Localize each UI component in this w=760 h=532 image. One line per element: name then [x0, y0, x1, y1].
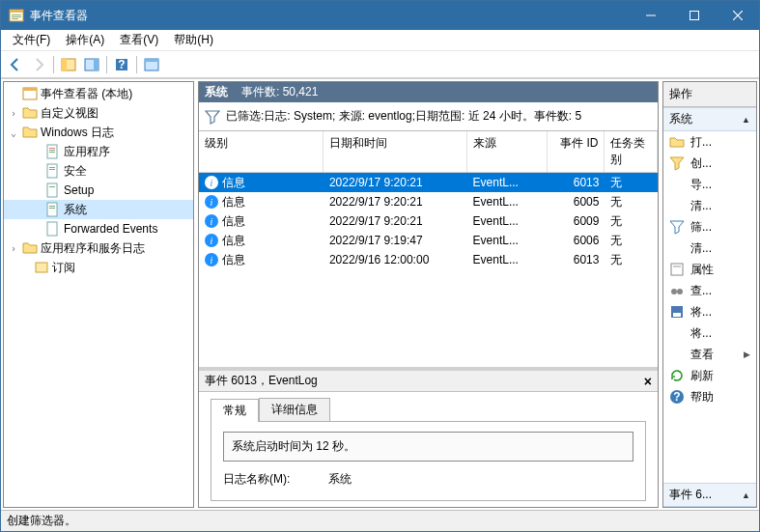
center-pane: 系统 事件数: 50,421 已筛选:日志: System; 来源: event…	[198, 81, 659, 508]
event-row[interactable]: i信息2022/9/17 9:20:21EventL...6013无	[199, 173, 658, 192]
tree-label: 安全	[64, 163, 87, 180]
filter-pane-button[interactable]	[81, 54, 102, 75]
detail-close-button[interactable]: ×	[644, 374, 652, 389]
svg-rect-23	[47, 183, 57, 197]
action-import-custom-view[interactable]: 导...	[663, 174, 756, 195]
cell-level: i信息	[199, 252, 324, 268]
forward-button[interactable]	[28, 54, 49, 75]
col-eventid[interactable]: 事件 ID	[548, 131, 605, 172]
tree-label: 订阅	[52, 260, 75, 276]
tree-app-service-logs[interactable]: › 应用程序和服务日志	[4, 238, 193, 258]
tree-setup[interactable]: Setup	[4, 181, 193, 200]
col-source[interactable]: 来源	[467, 131, 548, 172]
event-row[interactable]: i信息2022/9/16 12:00:00EventL...6013无	[199, 250, 658, 269]
actions-header: 操作	[663, 82, 756, 107]
action-help[interactable]: ?帮助	[663, 386, 756, 407]
action-clear-filter[interactable]: 清...	[663, 238, 756, 259]
action-properties[interactable]: 属性	[663, 259, 756, 280]
cell-datetime: 2022/9/17 9:20:21	[324, 195, 467, 209]
actions-section-system[interactable]: 系统 ▲	[663, 107, 756, 131]
cell-datetime: 2022/9/17 9:20:21	[324, 176, 467, 189]
tree-label: Windows 日志	[41, 125, 114, 141]
import-icon	[669, 177, 685, 192]
funnel-icon	[669, 219, 685, 235]
tree-system[interactable]: 系统	[4, 200, 193, 219]
event-row[interactable]: i信息2022/9/17 9:20:21EventL...6009无	[199, 211, 658, 231]
menu-file[interactable]: 文件(F)	[5, 30, 58, 50]
info-icon: i	[205, 176, 218, 189]
tree-windows-logs[interactable]: ⌄ Windows 日志	[4, 123, 193, 142]
menu-action[interactable]: 操作(A)	[58, 30, 112, 50]
svg-rect-24	[49, 186, 55, 187]
folder-open-icon	[669, 134, 685, 150]
cell-level: i信息	[199, 213, 324, 230]
expand-icon[interactable]: ›	[8, 243, 19, 254]
tree-root[interactable]: 事件查看器 (本地)	[4, 84, 193, 103]
maximize-button[interactable]	[672, 1, 716, 30]
help-button[interactable]: ?	[111, 54, 132, 75]
log-icon	[45, 182, 61, 198]
close-button[interactable]	[716, 1, 759, 30]
action-view-submenu[interactable]: 查看▶	[663, 344, 756, 365]
cell-eventid: 6006	[548, 234, 605, 247]
action-open-saved-log[interactable]: 打...	[663, 131, 756, 153]
svg-rect-3	[12, 16, 21, 17]
action-save-events[interactable]: 将...	[663, 301, 756, 322]
svg-point-32	[671, 289, 677, 294]
expand-icon[interactable]: ›	[8, 108, 19, 119]
svg-rect-7	[62, 59, 67, 70]
event-row[interactable]: i信息2022/9/17 9:19:47EventL...6006无	[199, 231, 658, 250]
menu-view[interactable]: 查看(V)	[112, 30, 166, 50]
svg-rect-13	[145, 59, 158, 62]
tree-custom-views[interactable]: › 自定义视图	[4, 103, 193, 123]
detail-header: 事件 6013，EventLog ×	[199, 371, 658, 392]
event-viewer-icon	[22, 86, 38, 101]
col-task[interactable]: 任务类别	[605, 131, 658, 172]
action-find[interactable]: 查...	[663, 280, 756, 301]
center-header: 系统 事件数: 50,421	[199, 82, 658, 102]
collapse-icon[interactable]: ⌄	[8, 127, 19, 138]
cell-task: 无	[605, 194, 658, 210]
tab-general[interactable]: 常规	[211, 399, 259, 422]
action-attach-task[interactable]: 将...	[663, 322, 756, 344]
svg-rect-17	[49, 148, 55, 149]
tree-label: 系统	[64, 202, 87, 218]
actions-section-event[interactable]: 事件 6... ▲	[663, 483, 756, 507]
menu-help[interactable]: 帮助(H)	[166, 30, 221, 50]
extra-button[interactable]	[141, 54, 162, 75]
blank-icon	[669, 347, 685, 362]
grid-header[interactable]: 级别 日期和时间 来源 事件 ID 任务类别	[199, 131, 658, 173]
menu-bar: 文件(F) 操作(A) 查看(V) 帮助(H)	[1, 30, 759, 51]
binoculars-icon	[669, 283, 685, 298]
minimize-button[interactable]	[629, 1, 672, 30]
log-icon	[45, 144, 61, 159]
show-tree-button[interactable]	[58, 54, 79, 75]
separator	[106, 56, 107, 73]
col-datetime[interactable]: 日期和时间	[324, 131, 467, 172]
event-row[interactable]: i信息2022/9/17 9:20:21EventL...6005无	[199, 192, 658, 211]
cell-task: 无	[605, 252, 658, 268]
log-icon	[45, 202, 61, 217]
back-button[interactable]	[5, 54, 26, 75]
info-icon: i	[205, 195, 218, 209]
event-grid[interactable]: 级别 日期和时间 来源 事件 ID 任务类别 i信息2022/9/17 9:20…	[199, 131, 658, 367]
col-level[interactable]: 级别	[199, 131, 324, 172]
action-filter-log[interactable]: 筛...	[663, 216, 756, 238]
action-refresh[interactable]: 刷新	[663, 365, 756, 386]
action-create-custom-view[interactable]: 创...	[663, 153, 756, 174]
cell-eventid: 6005	[548, 195, 605, 209]
subscription-icon	[34, 260, 49, 275]
svg-text:?: ?	[673, 390, 680, 404]
tab-details[interactable]: 详细信息	[259, 398, 330, 421]
action-clear-log[interactable]: 清...	[663, 195, 756, 216]
tree-forwarded[interactable]: Forwarded Events	[4, 219, 193, 238]
tree-subscriptions[interactable]: 订阅	[4, 258, 193, 277]
nav-tree[interactable]: 事件查看器 (本地) › 自定义视图 ⌄ Windows 日志 应用程序 安全	[3, 81, 194, 508]
tree-security[interactable]: 安全	[4, 161, 193, 181]
section-title: 系统	[669, 111, 692, 127]
cell-level: i信息	[199, 194, 324, 210]
cell-source: EventL...	[467, 176, 548, 189]
save-icon	[669, 304, 685, 320]
cell-source: EventL...	[467, 195, 548, 209]
tree-application[interactable]: 应用程序	[4, 142, 193, 161]
